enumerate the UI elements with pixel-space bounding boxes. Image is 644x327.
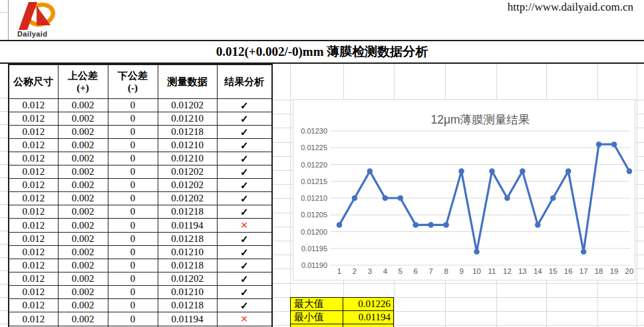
- measurement-table[interactable]: 公称尺寸上公差(+)下公差(-)测量数据结果分析 0.0120.00200.01…: [8, 64, 273, 327]
- result-cell[interactable]: ✓: [217, 246, 272, 259]
- col-header-measured[interactable]: 测量数据: [158, 64, 217, 99]
- upper-tolerance-cell[interactable]: 0.002: [58, 192, 108, 205]
- result-cell[interactable]: ✓: [217, 126, 272, 139]
- result-cell[interactable]: ×: [217, 312, 272, 326]
- measured-value-cell[interactable]: 0.01218: [158, 259, 217, 272]
- result-cell[interactable]: ✓: [217, 299, 272, 312]
- upper-tolerance-cell[interactable]: 0.002: [58, 126, 108, 139]
- lower-tolerance-cell[interactable]: 0: [108, 246, 158, 259]
- upper-tolerance-cell[interactable]: 0.002: [58, 233, 108, 246]
- max-label-cell[interactable]: 最大值: [290, 297, 343, 311]
- lower-tolerance-cell[interactable]: 0: [108, 192, 158, 205]
- x-axis-tick-label: 9: [459, 267, 463, 275]
- upper-tolerance-cell[interactable]: 0.002: [58, 152, 108, 165]
- upper-tolerance-cell[interactable]: 0.002: [58, 205, 108, 219]
- pass-check-icon: ✓: [240, 140, 249, 151]
- measured-value-cell[interactable]: 0.01218: [158, 299, 217, 312]
- summary-partial-row: [290, 324, 394, 327]
- lower-tolerance-cell[interactable]: 0: [108, 179, 158, 192]
- lower-tolerance-cell[interactable]: 0: [108, 205, 158, 219]
- upper-tolerance-cell[interactable]: 0.002: [58, 312, 108, 326]
- measured-value-cell[interactable]: 0.01202: [158, 272, 217, 286]
- upper-tolerance-cell[interactable]: 0.002: [58, 99, 108, 112]
- min-label-cell[interactable]: 最小值: [290, 310, 343, 324]
- fail-x-icon: ×: [241, 219, 248, 233]
- measurement-chart[interactable]: 12μm薄膜测量结果0.011900.011950.012000.012050.…: [293, 99, 635, 280]
- col-header-lower[interactable]: 下公差(-): [108, 64, 158, 99]
- upper-tolerance-cell[interactable]: 0.002: [58, 139, 108, 152]
- lower-tolerance-cell[interactable]: 0: [108, 126, 158, 139]
- lower-tolerance-cell[interactable]: 0: [108, 272, 158, 286]
- col-header-result[interactable]: 结果分析: [217, 64, 272, 99]
- result-cell[interactable]: ✓: [217, 192, 272, 205]
- nominal-size-cell[interactable]: 0.012: [9, 179, 58, 192]
- nominal-size-cell[interactable]: 0.012: [9, 152, 58, 165]
- nominal-size-cell[interactable]: 0.012: [9, 192, 58, 205]
- measured-value-cell[interactable]: 0.01218: [158, 126, 217, 139]
- lower-tolerance-cell[interactable]: 0: [108, 112, 158, 126]
- result-cell[interactable]: ✓: [217, 139, 272, 152]
- result-cell[interactable]: ✓: [217, 233, 272, 246]
- lower-tolerance-cell[interactable]: 0: [108, 233, 158, 246]
- lower-tolerance-cell[interactable]: 0: [108, 312, 158, 326]
- nominal-size-cell[interactable]: 0.012: [9, 233, 58, 246]
- result-cell[interactable]: ✓: [217, 112, 272, 126]
- measured-value-cell[interactable]: 0.01210: [158, 139, 217, 152]
- upper-tolerance-cell[interactable]: 0.002: [58, 219, 108, 233]
- upper-tolerance-cell[interactable]: 0.002: [58, 272, 108, 286]
- nominal-size-cell[interactable]: 0.012: [9, 126, 58, 139]
- result-cell[interactable]: ✓: [217, 286, 272, 299]
- result-cell[interactable]: ✓: [217, 272, 272, 286]
- lower-tolerance-cell[interactable]: 0: [108, 219, 158, 233]
- upper-tolerance-cell[interactable]: 0.002: [58, 246, 108, 259]
- measured-value-cell[interactable]: 0.01210: [158, 112, 217, 126]
- nominal-size-cell[interactable]: 0.012: [9, 246, 58, 259]
- result-cell[interactable]: ✓: [217, 205, 272, 219]
- result-cell[interactable]: ✓: [217, 179, 272, 192]
- measured-value-cell[interactable]: 0.01194: [158, 219, 217, 233]
- measured-value-cell[interactable]: 0.01202: [158, 99, 217, 112]
- upper-tolerance-cell[interactable]: 0.002: [58, 179, 108, 192]
- upper-tolerance-cell[interactable]: 0.002: [58, 165, 108, 179]
- nominal-size-cell[interactable]: 0.012: [9, 99, 58, 112]
- nominal-size-cell[interactable]: 0.012: [9, 165, 58, 179]
- lower-tolerance-cell[interactable]: 0: [108, 99, 158, 112]
- lower-tolerance-cell[interactable]: 0: [108, 139, 158, 152]
- lower-tolerance-cell[interactable]: 0: [108, 299, 158, 312]
- measured-value-cell[interactable]: 0.01218: [158, 233, 217, 246]
- measured-value-cell[interactable]: 0.01194: [158, 312, 217, 326]
- min-value-cell[interactable]: 0.01194: [343, 310, 394, 324]
- nominal-size-cell[interactable]: 0.012: [9, 219, 58, 233]
- measured-value-cell[interactable]: 0.01202: [158, 192, 217, 205]
- nominal-size-cell[interactable]: 0.012: [9, 312, 58, 326]
- nominal-size-cell[interactable]: 0.012: [9, 286, 58, 299]
- lower-tolerance-cell[interactable]: 0: [108, 286, 158, 299]
- nominal-size-cell[interactable]: 0.012: [9, 139, 58, 152]
- upper-tolerance-cell[interactable]: 0.002: [58, 286, 108, 299]
- upper-tolerance-cell[interactable]: 0.002: [58, 112, 108, 126]
- measured-value-cell[interactable]: 0.01210: [158, 246, 217, 259]
- upper-tolerance-cell[interactable]: 0.002: [58, 299, 108, 312]
- nominal-size-cell[interactable]: 0.012: [9, 259, 58, 272]
- col-header-upper[interactable]: 上公差(+): [58, 64, 108, 99]
- max-value-cell[interactable]: 0.01226: [343, 297, 394, 311]
- lower-tolerance-cell[interactable]: 0: [108, 152, 158, 165]
- result-cell[interactable]: ✓: [217, 259, 272, 272]
- measured-value-cell[interactable]: 0.01218: [158, 205, 217, 219]
- result-cell[interactable]: ✓: [217, 152, 272, 165]
- nominal-size-cell[interactable]: 0.012: [9, 272, 58, 286]
- nominal-size-cell[interactable]: 0.012: [9, 299, 58, 312]
- measured-value-cell[interactable]: 0.01202: [158, 165, 217, 179]
- upper-tolerance-cell[interactable]: 0.002: [58, 259, 108, 272]
- lower-tolerance-cell[interactable]: 0: [108, 259, 158, 272]
- measured-value-cell[interactable]: 0.01202: [158, 179, 217, 192]
- result-cell[interactable]: ✓: [217, 99, 272, 112]
- measured-value-cell[interactable]: 0.01210: [158, 152, 217, 165]
- result-cell[interactable]: ✓: [217, 165, 272, 179]
- nominal-size-cell[interactable]: 0.012: [9, 205, 58, 219]
- nominal-size-cell[interactable]: 0.012: [9, 112, 58, 126]
- col-header-nominal[interactable]: 公称尺寸: [9, 64, 58, 99]
- measured-value-cell[interactable]: 0.01210: [158, 286, 217, 299]
- result-cell[interactable]: ×: [217, 219, 272, 233]
- lower-tolerance-cell[interactable]: 0: [108, 165, 158, 179]
